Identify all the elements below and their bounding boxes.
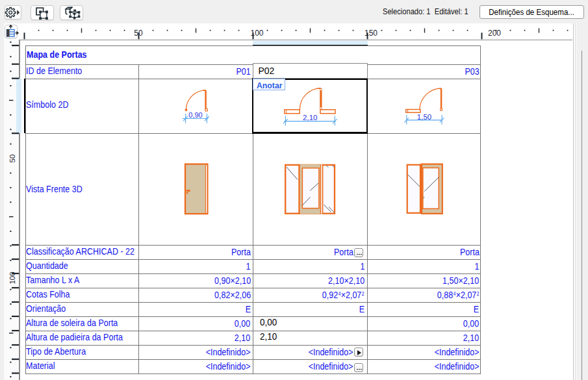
svg-text:100: 100: [250, 29, 263, 38]
svg-text:2,10: 2,10: [303, 114, 317, 121]
svg-text:50: 50: [8, 155, 16, 163]
svg-text:1,50: 1,50: [417, 113, 431, 121]
svg-text:100: 100: [8, 272, 16, 284]
svg-text:0,90: 0,90: [188, 111, 202, 119]
svg-text:150: 150: [364, 29, 377, 38]
svg-text:50: 50: [134, 29, 143, 38]
svg-text:200: 200: [488, 29, 501, 38]
